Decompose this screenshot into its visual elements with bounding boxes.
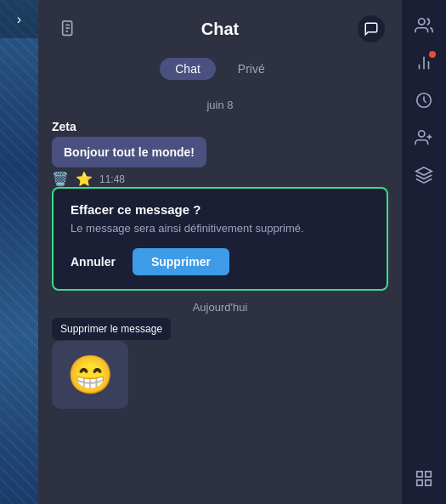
chat-title: Chat (82, 20, 358, 39)
delete-button[interactable]: Supprimer (133, 248, 229, 275)
emoji-content: 😁 (67, 353, 114, 397)
chat-button[interactable] (358, 15, 385, 42)
tab-chat[interactable]: Chat (160, 58, 216, 80)
svg-marker-12 (416, 167, 432, 175)
svg-point-9 (419, 131, 425, 137)
message-bubble-zeta: Bonjour tout le monde! (52, 137, 206, 167)
emoji-message-bubble: 😁 (52, 341, 128, 409)
today-label: Aujourd'hui (52, 301, 388, 314)
delete-dialog-description: Le message sera ainsi définitivement sup… (71, 222, 370, 235)
date-label: juin 8 (52, 99, 388, 111)
tab-bar: Chat Privé (38, 51, 402, 90)
svg-rect-13 (417, 472, 422, 477)
delete-action-icon[interactable]: 🗑️ (52, 171, 69, 187)
delete-dialog-title: Effacer ce message ? (71, 202, 370, 217)
star-action-icon[interactable]: ⭐ (76, 171, 93, 187)
chat-header: Chat (38, 0, 402, 51)
grid-icon[interactable] (407, 462, 441, 496)
message-zeta: Zeta Bonjour tout le monde! 🗑️ ⭐ 11:48 (52, 120, 388, 187)
message-actions-zeta: 🗑️ ⭐ 11:48 (52, 171, 388, 187)
expand-button[interactable]: › (0, 0, 38, 38)
message-time-zeta: 11:48 (99, 173, 125, 185)
team-icon[interactable] (407, 121, 441, 155)
svg-point-4 (419, 19, 425, 25)
tab-prive[interactable]: Privé (223, 58, 280, 80)
notification-dot (429, 51, 436, 58)
svg-rect-15 (417, 480, 422, 485)
clock-icon[interactable] (407, 83, 441, 117)
chat-body[interactable]: juin 8 Zeta Bonjour tout le monde! 🗑️ ⭐ … (38, 90, 402, 504)
document-icon[interactable] (55, 15, 82, 42)
main-chat: Chat Chat Privé juin 8 Zeta Bonjour tout… (38, 0, 402, 504)
users-icon[interactable] (407, 8, 441, 42)
delete-dialog: Effacer ce message ? Le message sera ain… (52, 187, 388, 291)
right-sidebar (402, 0, 446, 504)
svg-rect-14 (426, 472, 431, 477)
layers-icon[interactable] (407, 158, 441, 192)
sender-zeta: Zeta (52, 120, 388, 133)
arrow-icon: › (17, 12, 21, 27)
chart-icon[interactable] (407, 46, 441, 80)
cancel-button[interactable]: Annuler (71, 255, 116, 269)
svg-rect-16 (426, 480, 431, 485)
left-strip: › (0, 0, 38, 504)
delete-dialog-actions: Annuler Supprimer (71, 248, 370, 275)
tooltip-delete: Supprimer le message (52, 318, 171, 340)
